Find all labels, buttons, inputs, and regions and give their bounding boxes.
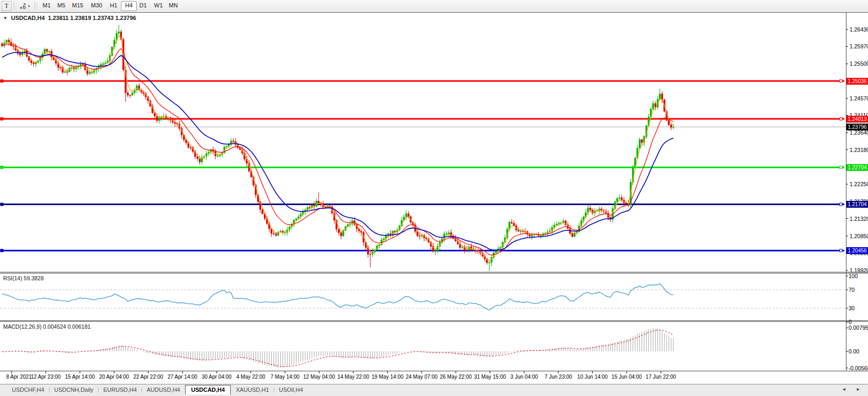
date-axis-label: 31 May 15:00 bbox=[471, 374, 509, 380]
level-handle bbox=[1, 80, 3, 83]
level-handle bbox=[1, 166, 3, 169]
timeframe-button-m1[interactable]: M1 bbox=[39, 1, 54, 10]
level-handle bbox=[840, 166, 842, 169]
timeframe-button-h1[interactable]: H1 bbox=[106, 1, 121, 10]
tab-scroll-left-icon[interactable]: ◄ bbox=[842, 387, 851, 392]
level-price-badge: 1.21704 bbox=[846, 201, 868, 208]
collapse-indicator-icon[interactable]: ▼ bbox=[3, 16, 7, 21]
date-axis-label: 7 Jun 23:00 bbox=[539, 374, 577, 380]
timeframe-button-m15[interactable]: M15 bbox=[68, 1, 87, 10]
toolbar-grip[interactable] bbox=[14, 2, 16, 9]
price-axis-tick: 1.25500 bbox=[850, 60, 868, 67]
tab-xauusd-h1[interactable]: XAUUSD,H1 bbox=[231, 385, 274, 394]
level-price-badge: 1.20456 bbox=[846, 247, 868, 254]
date-axis-label: 22 Apr 22:00 bbox=[129, 374, 167, 380]
price-axis-tick: 1.24570 bbox=[850, 95, 868, 101]
date-axis-label: 24 May 07:00 bbox=[403, 374, 441, 380]
date-axis-label: 12 Apr 23:00 bbox=[27, 374, 65, 380]
level-handle bbox=[1, 118, 3, 120]
level-handle bbox=[1, 249, 3, 252]
level-price-badge: 1.22704 bbox=[846, 164, 868, 171]
date-axis-label: 15 Apr 14:00 bbox=[61, 374, 99, 380]
chevron-down-icon: ▾ bbox=[28, 4, 30, 8]
price-axis-tick: 1.23180 bbox=[850, 147, 868, 153]
diagonal-arrows-icon bbox=[19, 2, 28, 8]
ohlc-low: 1.23743 bbox=[93, 15, 114, 21]
macd-axis-tick: 0.007959 bbox=[849, 324, 868, 331]
tab-usdcad-h4[interactable]: USDCAD,H4 bbox=[185, 385, 230, 394]
macd-axis-tick: 0.00 bbox=[849, 348, 859, 354]
timeframe-button-m5[interactable]: M5 bbox=[54, 1, 69, 10]
rsi-line bbox=[2, 284, 673, 310]
timeframe-button-w1[interactable]: W1 bbox=[150, 1, 167, 10]
date-axis-label: 3 Jun 04:00 bbox=[505, 374, 543, 380]
text-tool-button[interactable]: T bbox=[2, 1, 12, 11]
price-axis-tick: 1.25970 bbox=[850, 43, 868, 49]
date-axis-label: 26 May 22:00 bbox=[437, 374, 475, 380]
ohlc-open: 1.23811 bbox=[48, 15, 68, 21]
timeframe-button-d1[interactable]: D1 bbox=[136, 1, 150, 10]
medium-ma bbox=[2, 44, 673, 255]
timeframe-button-mn[interactable]: MN bbox=[165, 1, 181, 10]
tab-usdchf-h4[interactable]: USDCHF,H4 bbox=[6, 385, 49, 394]
tab-scroll-right-icon[interactable]: ► bbox=[856, 387, 865, 392]
chart-region: ▼ USDCAD,H4 1.23811 1.23819 1.23743 1.23… bbox=[0, 12, 868, 384]
level-handle bbox=[840, 203, 842, 206]
level-handle bbox=[840, 118, 842, 120]
slow-ma bbox=[2, 53, 673, 250]
macd-axis-tick: -0.005663 bbox=[849, 365, 868, 371]
date-axis-label: 4 May 22:00 bbox=[232, 374, 270, 380]
rsi-axis-tick: 30 bbox=[849, 305, 855, 311]
tab-scroll-controls: ◄ ► bbox=[842, 387, 865, 392]
date-axis-label: 14 May 22:00 bbox=[334, 374, 372, 380]
date-axis-label: 19 May 14:00 bbox=[369, 374, 406, 380]
level-price-badge: 1.24013 bbox=[846, 116, 868, 123]
tab-audusd-h4[interactable]: AUDUSD,H4 bbox=[141, 385, 186, 394]
level-handle bbox=[840, 80, 842, 83]
price-axis-tick: 1.20850 bbox=[850, 233, 868, 239]
symbol-tab-bar: USDCHF,H4|USDCNH,Daily|EURUSD,H4|AUDUSD,… bbox=[0, 384, 868, 396]
ohlc-high: 1.23819 bbox=[70, 15, 91, 21]
date-axis-label: 7 May 14:00 bbox=[266, 374, 304, 380]
top-toolbar: T ▾ M1M5M15M30H1H4D1W1MN bbox=[0, 0, 868, 12]
tab-usdcnh-daily[interactable]: USDCNH,Daily bbox=[49, 385, 99, 394]
price-axis-tick: 1.21320 bbox=[850, 216, 868, 222]
terminal-window: T ▾ M1M5M15M30H1H4D1W1MN ▼ USDCAD,H4 1.2… bbox=[0, 0, 868, 396]
macd-indicator-label: MACD(12,26,9) 0.004524 0.006181 bbox=[3, 323, 90, 330]
chart-title: ▼ USDCAD,H4 1.23811 1.23819 1.23743 1.23… bbox=[3, 15, 136, 21]
date-axis-label: 15 Jun 04:00 bbox=[608, 374, 646, 380]
chart-canvas[interactable] bbox=[0, 12, 868, 384]
level-handle bbox=[840, 249, 842, 252]
chart-symbol-label: USDCAD,H4 bbox=[11, 15, 45, 21]
toolbar-grip[interactable] bbox=[35, 2, 37, 9]
price-axis-tick: 1.26430 bbox=[850, 26, 868, 33]
rsi-axis-tick: 100 bbox=[849, 273, 858, 279]
ohlc-close: 1.23796 bbox=[115, 15, 136, 21]
macd-signal-line bbox=[2, 330, 673, 367]
date-axis-label: 10 Jun 14:00 bbox=[574, 374, 611, 380]
cursor-tools-button[interactable]: ▾ bbox=[17, 1, 33, 10]
rsi-axis-tick: 70 bbox=[849, 287, 855, 293]
level-price-badge: 1.25036 bbox=[846, 78, 868, 85]
level-handle bbox=[1, 203, 3, 206]
date-axis-label: 30 Apr 04:00 bbox=[198, 374, 236, 380]
price-axis-tick: 1.23640 bbox=[850, 129, 868, 136]
timeframe-button-m30[interactable]: M30 bbox=[87, 1, 106, 10]
date-axis-label: 17 Jun 22:00 bbox=[642, 374, 680, 380]
tab-usoil-h4[interactable]: USOil,H4 bbox=[274, 385, 309, 394]
date-axis-label: 20 Apr 04:00 bbox=[95, 374, 133, 380]
current-price-badge: 1.23796 bbox=[846, 124, 868, 130]
rsi-indicator-label: RSI(14) 59.3828 bbox=[3, 275, 44, 281]
date-axis-label: 27 Apr 14:00 bbox=[164, 374, 201, 380]
fast-ma bbox=[2, 36, 673, 261]
date-axis-label: 12 May 04:00 bbox=[300, 374, 338, 380]
timeframe-button-h4[interactable]: H4 bbox=[121, 1, 137, 11]
tab-eurusd-h4[interactable]: EURUSD,H4 bbox=[98, 385, 142, 394]
price-axis-tick: 1.22250 bbox=[850, 181, 868, 187]
